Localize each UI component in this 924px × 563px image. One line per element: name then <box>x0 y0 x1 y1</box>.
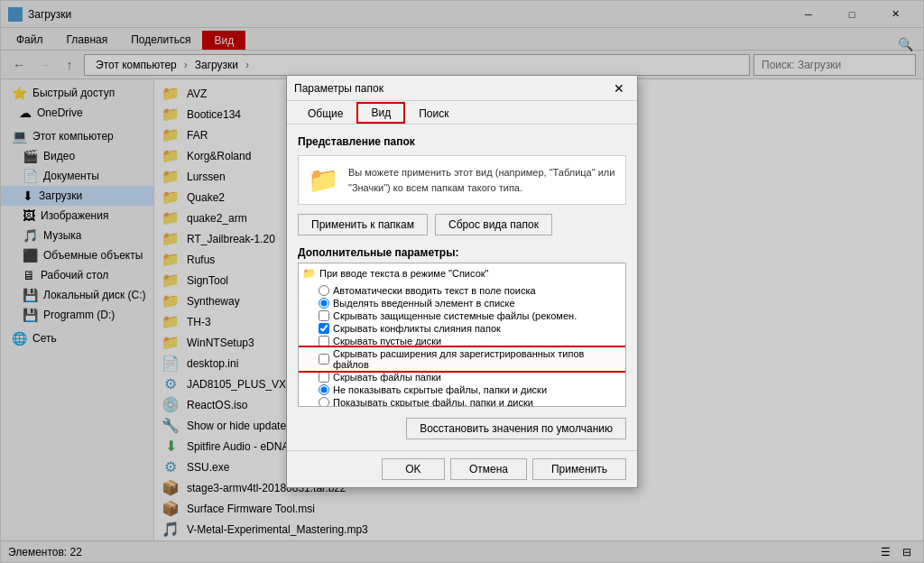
folder-button-row: Применить к папкам Сброс вида папок <box>298 214 626 235</box>
dialog-close-button[interactable]: ✕ <box>608 78 630 98</box>
cancel-button[interactable]: Отмена <box>450 458 527 480</box>
folder-preview-icon: 📁 <box>308 165 339 195</box>
apply-button[interactable]: Применить <box>532 458 626 480</box>
folder-options-dialog: Параметры папок ✕ Общие Вид Поиск Предст… <box>286 75 638 488</box>
folder-section-title: Представление папок <box>298 135 626 148</box>
folder-preview-text: Вы можете применить этот вид (например, … <box>348 165 616 195</box>
settings-radio-show-hidden[interactable]: Показывать скрытые файлы, папки и диски <box>299 396 625 407</box>
dialog-tab-view[interactable]: Вид <box>356 102 405 124</box>
dialog-footer-buttons: OK Отмена Применить <box>382 458 626 480</box>
restore-defaults-button[interactable]: Восстановить значения по умолчанию <box>406 418 626 439</box>
settings-check-merge-conflicts[interactable]: Скрывать конфликты слияния папок <box>299 322 625 335</box>
dialog-tabs: Общие Вид Поиск <box>287 101 637 125</box>
dialog-title: Параметры папок <box>294 82 383 95</box>
dialog-content: Представление папок 📁 Вы можете применит… <box>287 125 637 450</box>
reset-view-button[interactable]: Сброс вида папок <box>435 214 552 235</box>
ok-button[interactable]: OK <box>382 458 445 480</box>
settings-label: Дополнительные параметры: <box>298 246 626 259</box>
restore-section: Восстановить значения по умолчанию <box>298 418 626 439</box>
dialog-tab-search[interactable]: Поиск <box>405 103 462 124</box>
settings-radio-dont-show-hidden[interactable]: Не показывать скрытые файлы, папки и дис… <box>299 383 625 396</box>
dialog-tab-general[interactable]: Общие <box>294 103 356 124</box>
settings-check-extensions[interactable]: Скрывать расширения для зарегистрированн… <box>299 347 625 371</box>
apply-to-folders-button[interactable]: Применить к папкам <box>298 214 428 235</box>
settings-radio-highlight[interactable]: Выделять введенный элемент в списке <box>299 297 625 309</box>
dialog-overlay: Параметры папок ✕ Общие Вид Поиск Предст… <box>1 1 923 562</box>
main-window: Загрузки ─ □ ✕ Файл Главная Поделиться В… <box>0 0 924 563</box>
settings-check-empty-drives[interactable]: Скрывать пустые диски <box>299 335 625 347</box>
folder-preview-section: 📁 Вы можете применить этот вид (например… <box>298 155 626 205</box>
settings-radio-auto-search[interactable]: Автоматически вводить текст в поле поиск… <box>299 284 625 297</box>
dialog-title-bar: Параметры папок ✕ <box>287 76 637 101</box>
dialog-footer: OK Отмена Применить <box>287 450 637 487</box>
settings-check-hide-files[interactable]: Скрывать файлы папки <box>299 371 625 383</box>
settings-list[interactable]: 📁 При вводе текста в режиме "Список" Авт… <box>298 263 626 407</box>
settings-group-list: 📁 При вводе текста в режиме "Список" <box>299 263 625 284</box>
settings-check-system-files[interactable]: Скрывать защищенные системные файлы (рек… <box>299 309 625 322</box>
